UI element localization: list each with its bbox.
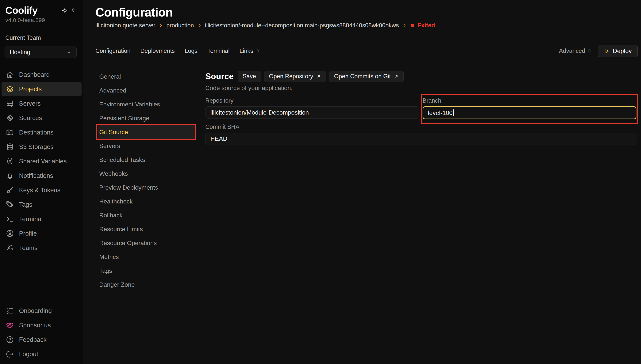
subnav-item-general[interactable]: General (96, 70, 198, 84)
open-commits-button[interactable]: Open Commits on Git (329, 71, 403, 82)
key-icon (6, 186, 14, 194)
source-fields: Repository illicitestonion/Module-Decomp… (205, 97, 636, 145)
variables-icon (6, 157, 14, 166)
sidebar-item-shared-variables[interactable]: Shared Variables (2, 154, 82, 168)
sidebar-item-feedback[interactable]: Feedback (2, 332, 82, 347)
page-title: Configuration (96, 6, 637, 19)
tabbar: Configuration Deployments Logs Terminal … (83, 45, 641, 57)
layers-icon (6, 85, 14, 93)
subnav-item-git-source[interactable]: Git Source (98, 125, 196, 139)
subnav-item-metrics[interactable]: Metrics (96, 250, 198, 264)
app-version: v4.0.0-beta.399 (0, 16, 83, 23)
play-icon (603, 48, 609, 54)
deploy-button[interactable]: Deploy (598, 45, 637, 57)
configuration-subnav: General Advanced Environment Variables P… (96, 70, 198, 364)
sidebar-item-terminal[interactable]: Terminal (2, 212, 82, 226)
section-title: Source (205, 72, 234, 81)
tab-links[interactable]: Links (240, 48, 260, 54)
logout-icon (6, 350, 14, 358)
sidebar-item-profile[interactable]: Profile (2, 226, 82, 241)
theme-toggle-sun-icon[interactable] (61, 7, 67, 13)
user-icon (6, 229, 14, 238)
repository-input[interactable]: illicitestonion/Module-Decomposition (205, 106, 419, 118)
source-section-header: Source Save Open Repository Open Commits… (205, 71, 636, 82)
sidebar-item-projects[interactable]: Projects (2, 82, 82, 96)
subnav-item-tags[interactable]: Tags (96, 264, 198, 278)
sidebar-spacer (0, 255, 83, 294)
chevrons-up-down-icon (255, 48, 260, 54)
chevron-right-icon (402, 23, 407, 28)
section-description: Code source of your application. (205, 84, 636, 92)
coolify-app: Coolify v4.0.0-beta.399 Current Team Hos… (0, 0, 641, 364)
database-icon (6, 143, 14, 151)
chevron-right-icon (197, 23, 202, 28)
subnav-item-servers[interactable]: Servers (96, 139, 198, 153)
sidebar-item-onboarding[interactable]: Onboarding (2, 304, 82, 318)
subnav-item-environment-variables[interactable]: Environment Variables (96, 98, 198, 111)
branch-label: Branch (423, 97, 636, 104)
subnav-item-scheduled-tasks[interactable]: Scheduled Tasks (96, 153, 198, 167)
subnav-item-preview-deployments[interactable]: Preview Deployments (96, 181, 198, 194)
chevron-down-icon (66, 49, 72, 55)
subnav-item-resource-operations[interactable]: Resource Operations (96, 236, 198, 250)
subnav-item-danger-zone[interactable]: Danger Zone (96, 278, 198, 292)
commit-sha-input[interactable]: HEAD (205, 132, 636, 145)
sidebar-item-notifications[interactable]: Notifications (2, 168, 82, 183)
external-link-icon (394, 74, 399, 79)
sidebar: Coolify v4.0.0-beta.399 Current Team Hos… (0, 0, 83, 364)
bell-icon (6, 172, 14, 180)
subnav-item-healthcheck[interactable]: Healthcheck (96, 194, 198, 208)
sidebar-item-keys-tokens[interactable]: Keys & Tokens (2, 183, 82, 198)
branch-input[interactable]: level-100 (423, 106, 636, 119)
server-icon (6, 99, 14, 108)
help-circle-icon (6, 336, 14, 344)
main-area: Configuration illicitonion quote server … (83, 0, 641, 364)
subnav-item-persistent-storage[interactable]: Persistent Storage (96, 111, 198, 125)
breadcrumb-resource[interactable]: illicitestonion/-module--decomposition:m… (205, 22, 399, 29)
sidebar-item-tags[interactable]: Tags (2, 198, 82, 212)
commit-sha-field: Commit SHA HEAD (205, 124, 636, 145)
tags-icon (6, 200, 14, 209)
breadcrumb-environment[interactable]: production (166, 22, 194, 29)
sidebar-item-dashboard[interactable]: Dashboard (2, 68, 82, 82)
breadcrumb-project[interactable]: illicitonion quote server (96, 22, 155, 29)
branch-field: Branch level-100 (423, 97, 636, 119)
users-icon (6, 244, 14, 252)
app-logo: Coolify (5, 5, 38, 16)
advanced-menu[interactable]: Advanced (559, 48, 592, 54)
sidebar-item-teams[interactable]: Teams (2, 241, 82, 255)
subnav-item-advanced[interactable]: Advanced (96, 84, 198, 98)
git-source-icon (6, 114, 14, 122)
sidebar-item-sponsor-us[interactable]: Sponsor us (2, 318, 82, 332)
git-source-annotated-row: Git Source (96, 125, 198, 139)
sidebar-item-s3-storages[interactable]: S3 Storages (2, 140, 82, 154)
tab-configuration[interactable]: Configuration (96, 48, 130, 54)
tab-deployments[interactable]: Deployments (140, 48, 175, 54)
commit-sha-label: Commit SHA (205, 124, 636, 130)
team-select[interactable]: Hosting (5, 46, 77, 58)
brand-row: Coolify (0, 0, 83, 16)
repository-field: Repository illicitestonion/Module-Decomp… (205, 97, 419, 119)
page-header: Configuration illicitonion quote server … (83, 0, 641, 29)
sidebar-item-logout[interactable]: Logout (2, 347, 82, 361)
chevrons-up-down-icon (587, 48, 592, 54)
heart-icon (6, 321, 14, 330)
team-select-value: Hosting (10, 49, 31, 56)
save-button[interactable]: Save (238, 71, 261, 82)
current-team-label: Current Team (0, 23, 83, 41)
status-dot-icon (411, 24, 414, 27)
sidebar-collapse-icon[interactable] (71, 7, 76, 13)
subnav-item-resource-limits[interactable]: Resource Limits (96, 222, 198, 236)
subnav-item-webhooks[interactable]: Webhooks (96, 167, 198, 181)
sidebar-item-servers[interactable]: Servers (2, 96, 82, 111)
configuration-content: General Advanced Environment Variables P… (83, 62, 641, 364)
tab-terminal[interactable]: Terminal (207, 48, 230, 54)
external-link-icon (316, 74, 321, 79)
tab-logs[interactable]: Logs (185, 48, 197, 54)
git-source-form: Source Save Open Repository Open Commits… (205, 70, 636, 364)
sidebar-item-sources[interactable]: Sources (2, 111, 82, 125)
subnav-item-rollback[interactable]: Rollback (96, 208, 198, 222)
chevron-right-icon (158, 23, 163, 28)
sidebar-item-destinations[interactable]: Destinations (2, 125, 82, 140)
open-repository-button[interactable]: Open Repository (264, 71, 326, 82)
